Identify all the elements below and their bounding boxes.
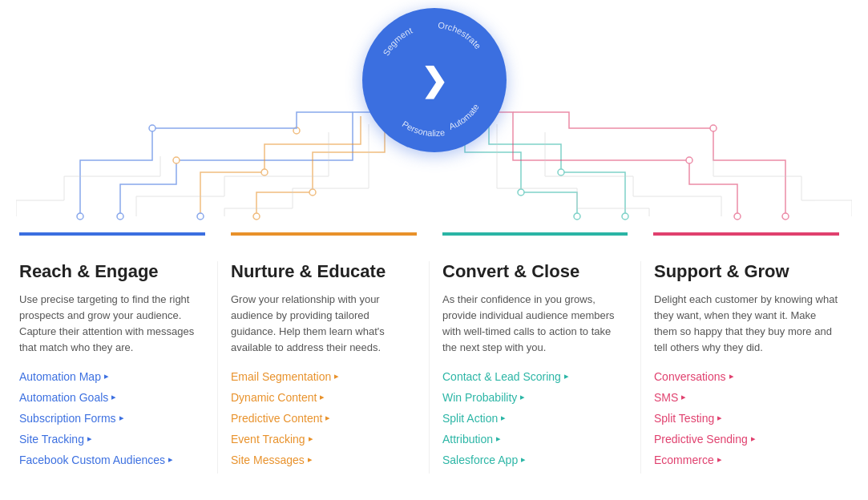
list-item: Predictive Content▸ xyxy=(231,411,416,425)
link-split-action[interactable]: Split Action▸ xyxy=(442,412,506,425)
svg-point-10 xyxy=(518,189,524,196)
link-label: Win Probability xyxy=(442,391,517,404)
svg-point-0 xyxy=(117,213,123,220)
link-label: Automation Map xyxy=(19,370,101,383)
link-arrow-icon: ▸ xyxy=(520,392,525,402)
link-arrow-icon: ▸ xyxy=(325,413,330,423)
link-subscription-forms[interactable]: Subscription Forms▸ xyxy=(19,412,124,425)
link-label: Ecommerce xyxy=(654,454,714,466)
list-item: Ecommerce▸ xyxy=(654,453,839,467)
link-label: Event Tracking xyxy=(231,433,305,446)
link-arrow-icon: ▸ xyxy=(717,454,722,465)
column-nurture: Nurture & EducateGrow your relationship … xyxy=(218,261,430,474)
link-label: Site Messages xyxy=(231,454,305,466)
link-label: Split Testing xyxy=(654,412,714,425)
link-label: Contact & Lead Scoring xyxy=(442,370,561,383)
list-item: Email Segmentation▸ xyxy=(231,369,416,384)
link-arrow-icon: ▸ xyxy=(111,392,116,402)
list-item: Attribution▸ xyxy=(442,432,628,446)
link-arrow-icon: ▸ xyxy=(119,413,124,423)
link-arrow-icon: ▸ xyxy=(309,433,313,444)
link-facebook-custom-audiences[interactable]: Facebook Custom Audiences▸ xyxy=(19,454,173,466)
list-item: Predictive Sending▸ xyxy=(654,432,839,446)
column-convert: Convert & CloseAs their confidence in yo… xyxy=(430,261,641,474)
svg-point-5 xyxy=(253,213,260,220)
link-split-testing[interactable]: Split Testing▸ xyxy=(654,412,722,425)
svg-text:Personalize: Personalize xyxy=(400,119,445,138)
link-salesforce-app[interactable]: Salesforce App▸ xyxy=(442,454,526,466)
list-item: Event Tracking▸ xyxy=(231,432,416,446)
link-automation-goals[interactable]: Automation Goals▸ xyxy=(19,391,116,404)
center-circle: Orchestrate Segment Automate Personalize xyxy=(362,8,507,152)
svg-point-8 xyxy=(261,169,268,175)
link-conversations[interactable]: Conversations▸ xyxy=(654,370,734,383)
nurture-title: Nurture & Educate xyxy=(231,261,416,282)
list-item: Conversations▸ xyxy=(654,369,839,384)
link-label: Predictive Sending xyxy=(654,433,748,446)
svg-point-13 xyxy=(734,213,741,220)
diagram-area: Orchestrate Segment Automate Personalize xyxy=(16,0,852,232)
link-predictive-content[interactable]: Predictive Content▸ xyxy=(231,412,330,425)
column-reach: Reach & EngageUse precise targeting to f… xyxy=(16,261,218,474)
svg-point-3 xyxy=(77,213,83,220)
link-label: Site Tracking xyxy=(19,433,84,446)
link-automation-map[interactable]: Automation Map▸ xyxy=(19,370,109,383)
nurture-links: Email Segmentation▸Dynamic Content▸Predi… xyxy=(231,369,416,467)
link-arrow-icon: ▸ xyxy=(320,392,325,402)
link-ecommerce[interactable]: Ecommerce▸ xyxy=(654,454,722,466)
svg-point-15 xyxy=(782,213,789,220)
list-item: Win Probability▸ xyxy=(442,390,628,405)
svg-point-6 xyxy=(309,189,316,196)
list-item: Split Action▸ xyxy=(442,411,628,425)
svg-point-4 xyxy=(149,125,155,131)
link-label: Facebook Custom Audiences xyxy=(19,454,165,466)
chevron-icon: ❯ xyxy=(421,64,448,96)
link-arrow-icon: ▸ xyxy=(681,392,686,402)
link-arrow-icon: ▸ xyxy=(334,371,339,381)
list-item: Site Tracking▸ xyxy=(19,432,204,446)
link-arrow-icon: ▸ xyxy=(87,433,92,444)
link-site-tracking[interactable]: Site Tracking▸ xyxy=(19,433,92,446)
svg-point-14 xyxy=(686,157,692,163)
link-label: Predictive Content xyxy=(231,412,322,425)
convert-links: Contact & Lead Scoring▸Win Probability▸S… xyxy=(442,369,628,467)
link-email-segmentation[interactable]: Email Segmentation▸ xyxy=(231,370,339,383)
link-label: Automation Goals xyxy=(19,391,108,404)
link-arrow-icon: ▸ xyxy=(496,433,501,444)
color-bars-row xyxy=(16,232,852,247)
link-label: SMS xyxy=(654,391,678,404)
list-item: Salesforce App▸ xyxy=(442,453,628,467)
column-support: Support & GrowDelight each customer by k… xyxy=(641,261,852,474)
link-label: Email Segmentation xyxy=(231,370,331,383)
svg-point-7 xyxy=(197,213,204,220)
convert-description: As their confidence in you grows, provid… xyxy=(442,292,628,357)
link-site-messages[interactable]: Site Messages▸ xyxy=(231,454,313,466)
list-item: Site Messages▸ xyxy=(231,453,416,467)
link-event-tracking[interactable]: Event Tracking▸ xyxy=(231,433,313,446)
page-wrapper: Orchestrate Segment Automate Personalize xyxy=(0,0,868,500)
svg-point-12 xyxy=(558,169,564,175)
link-dynamic-content[interactable]: Dynamic Content▸ xyxy=(231,391,325,404)
link-predictive-sending[interactable]: Predictive Sending▸ xyxy=(654,433,756,446)
link-attribution[interactable]: Attribution▸ xyxy=(442,433,501,446)
link-sms[interactable]: SMS▸ xyxy=(654,391,686,404)
link-contact--lead-scoring[interactable]: Contact & Lead Scoring▸ xyxy=(442,370,569,383)
link-win-probability[interactable]: Win Probability▸ xyxy=(442,391,525,404)
svg-point-16 xyxy=(710,125,717,131)
nurture-description: Grow your relationship with your audienc… xyxy=(231,292,416,357)
list-item: Facebook Custom Audiences▸ xyxy=(19,453,204,467)
link-arrow-icon: ▸ xyxy=(308,454,313,465)
support-links: Conversations▸SMS▸Split Testing▸Predicti… xyxy=(654,369,839,467)
svg-text:Automate: Automate xyxy=(447,102,480,131)
reach-description: Use precise targeting to find the right … xyxy=(19,292,204,357)
svg-text:Orchestrate: Orchestrate xyxy=(437,20,482,50)
list-item: Contact & Lead Scoring▸ xyxy=(442,369,628,384)
link-arrow-icon: ▸ xyxy=(729,371,734,381)
svg-point-11 xyxy=(622,213,628,220)
support-description: Delight each customer by knowing what th… xyxy=(654,292,839,357)
svg-point-1 xyxy=(173,157,180,163)
convert-color-bar xyxy=(442,232,628,236)
list-item: Subscription Forms▸ xyxy=(19,411,204,425)
list-item: Split Testing▸ xyxy=(654,411,839,425)
link-arrow-icon: ▸ xyxy=(521,454,526,465)
